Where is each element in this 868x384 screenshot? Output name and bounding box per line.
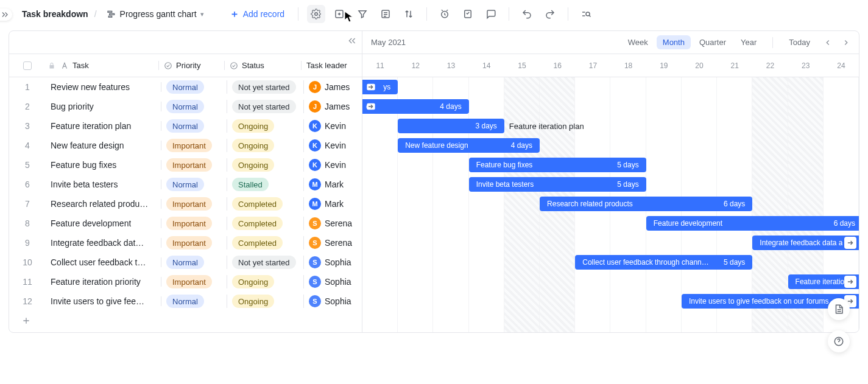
cell-status[interactable]: Ongoing (227, 139, 304, 152)
undo-button[interactable] (518, 5, 536, 23)
group-button[interactable] (376, 5, 395, 23)
cell-status[interactable]: Ongoing (227, 158, 304, 172)
table-row[interactable]: 3Feature iteration planNormalOngoingKKev… (9, 116, 362, 136)
cell-leader[interactable]: SSophia (304, 276, 362, 288)
cell-task[interactable]: Feature iteration plan (46, 121, 161, 131)
gantt-bar[interactable]: Feature bug fixes5 days (469, 158, 646, 172)
overflow-arrow-icon[interactable] (844, 276, 856, 288)
today-button[interactable]: Today (783, 35, 816, 49)
reminder-button[interactable] (436, 5, 454, 23)
cell-leader[interactable]: SSerena (304, 217, 362, 229)
gantt-bar[interactable]: or4 days (362, 99, 469, 114)
col-header-priority[interactable]: Priority (159, 61, 225, 70)
cell-task[interactable]: Invite beta testers (46, 180, 161, 189)
scale-week[interactable]: Week (622, 35, 654, 49)
cell-leader[interactable]: KKevin (304, 159, 362, 171)
cell-task[interactable]: Research related produ… (46, 199, 161, 209)
gantt-body[interactable]: ysor4 days3 daysFeature iteration planNe… (362, 77, 859, 332)
add-row[interactable] (9, 311, 362, 330)
gantt-bar[interactable]: Integrate feedback data a (752, 236, 859, 250)
cell-leader[interactable]: SSophia (304, 256, 362, 268)
gantt-bar[interactable]: Collect user feedback through chann…5 da… (575, 255, 752, 270)
insert-button[interactable] (330, 5, 348, 23)
gantt-bar[interactable]: Research related products6 days (540, 197, 752, 211)
checklist-button[interactable] (459, 5, 477, 23)
find-button[interactable] (577, 5, 595, 23)
help-float-button[interactable] (828, 330, 850, 352)
scale-month[interactable]: Month (657, 35, 691, 49)
cell-status[interactable]: Completed (227, 236, 304, 250)
cell-task[interactable]: Feature iteration priority (46, 277, 161, 287)
view-selector[interactable]: Progress gantt chart ▾ (103, 7, 208, 21)
cell-priority[interactable]: Normal (161, 80, 227, 94)
cell-leader[interactable]: JJames (304, 100, 362, 113)
cell-status[interactable]: Ongoing (227, 295, 304, 308)
cell-task[interactable]: Feature development (46, 218, 161, 228)
gantt-bar[interactable]: Invite beta testers5 days (469, 177, 646, 192)
cell-leader[interactable]: KKevin (304, 139, 362, 152)
cell-leader[interactable]: MMark (304, 178, 362, 190)
cell-task[interactable]: Review new features (46, 82, 161, 92)
table-row[interactable]: 10Collect user feedback t…NormalNot yet … (9, 253, 362, 272)
col-header-status[interactable]: Status (225, 61, 302, 70)
cell-leader[interactable]: MMark (304, 198, 362, 210)
redo-button[interactable] (541, 5, 559, 23)
cell-priority[interactable]: Important (161, 139, 227, 152)
gantt-bar[interactable]: New feature design4 days (398, 138, 540, 153)
add-record-button[interactable]: ＋ Add record (225, 5, 289, 23)
cell-status[interactable]: Completed (227, 197, 304, 211)
table-row[interactable]: 9Integrate feedback dat…ImportantComplet… (9, 233, 362, 253)
prev-button[interactable] (821, 36, 834, 49)
gantt-bar[interactable]: 3 days (398, 119, 504, 133)
cell-leader[interactable]: KKevin (304, 120, 362, 132)
cell-leader[interactable]: SSophia (304, 295, 362, 307)
sort-button[interactable] (400, 5, 418, 23)
expand-nav-button[interactable] (0, 9, 12, 21)
table-row[interactable]: 7Research related produ…ImportantComplet… (9, 194, 362, 214)
cell-priority[interactable]: Important (161, 275, 227, 288)
overflow-arrow-icon[interactable] (844, 237, 856, 249)
cell-status[interactable]: Ongoing (227, 119, 304, 133)
cell-task[interactable]: Collect user feedback t… (46, 257, 161, 267)
col-header-leader[interactable]: Task leader (302, 61, 362, 70)
scale-year[interactable]: Year (735, 35, 763, 49)
table-row[interactable]: 8Feature developmentImportantCompletedSS… (9, 214, 362, 233)
gantt-bar[interactable]: ys (362, 80, 398, 94)
cell-status[interactable]: Not yet started (227, 100, 304, 113)
cell-status[interactable]: Ongoing (227, 275, 304, 288)
table-row[interactable]: 11Feature iteration priorityImportantOng… (9, 272, 362, 291)
comment-button[interactable] (482, 5, 500, 23)
cell-status[interactable]: Stalled (227, 178, 304, 191)
cell-priority[interactable]: Normal (161, 178, 227, 191)
cell-status[interactable]: Not yet started (227, 80, 304, 94)
next-button[interactable] (839, 36, 853, 49)
cell-priority[interactable]: Important (161, 158, 227, 172)
cell-priority[interactable]: Normal (161, 295, 227, 308)
cell-status[interactable]: Not yet started (227, 256, 304, 269)
collapse-grid-button[interactable] (347, 36, 357, 46)
col-header-checkbox[interactable] (9, 61, 46, 70)
cell-priority[interactable]: Normal (161, 100, 227, 113)
table-row[interactable]: 5Feature bug fixesImportantOngoingKKevin (9, 155, 362, 175)
cell-leader[interactable]: SSerena (304, 237, 362, 249)
cell-priority[interactable]: Normal (161, 119, 227, 133)
settings-button[interactable] (307, 5, 325, 23)
cell-priority[interactable]: Important (161, 197, 227, 211)
notes-float-button[interactable] (828, 298, 850, 320)
table-row[interactable]: 6Invite beta testersNormalStalledMMark (9, 175, 362, 194)
col-header-task[interactable]: Task (43, 61, 159, 70)
table-row[interactable]: 2Bug priorityNormalNot yet startedJJames (9, 97, 362, 116)
filter-button[interactable] (353, 5, 372, 23)
breadcrumb-parent[interactable]: Task breakdown (22, 9, 88, 19)
gantt-bar[interactable]: Feature development6 days (646, 216, 859, 231)
cell-task[interactable]: Integrate feedback dat… (46, 238, 161, 248)
table-row[interactable]: 4New feature designImportantOngoingKKevi… (9, 136, 362, 155)
cell-priority[interactable]: Important (161, 217, 227, 230)
cell-task[interactable]: Invite users to give fee… (46, 296, 161, 306)
table-row[interactable]: 12Invite users to give fee…NormalOngoing… (9, 291, 362, 311)
cell-priority[interactable]: Important (161, 236, 227, 250)
cell-task[interactable]: Feature bug fixes (46, 160, 161, 170)
cell-task[interactable]: New feature design (46, 141, 161, 150)
table-row[interactable]: 1Review new featuresNormalNot yet starte… (9, 77, 362, 97)
cell-priority[interactable]: Normal (161, 256, 227, 269)
